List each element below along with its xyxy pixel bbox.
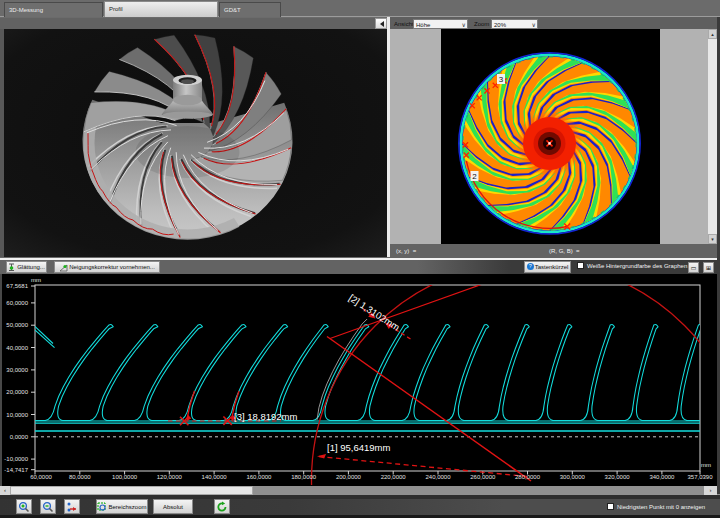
svg-text:3: 3 xyxy=(499,75,504,84)
svg-text:2: 2 xyxy=(472,172,477,181)
